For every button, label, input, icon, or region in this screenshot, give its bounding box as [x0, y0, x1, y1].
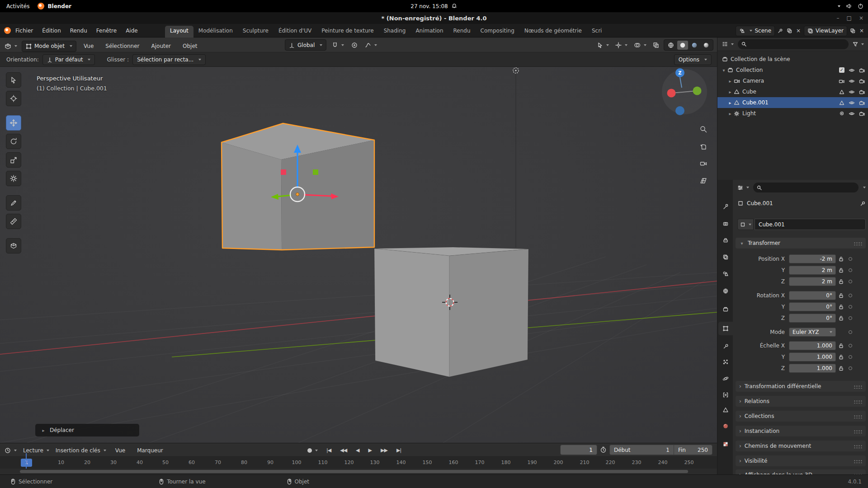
mode-selector[interactable]: Mode objet — [22, 41, 76, 52]
render-visibility-icon[interactable] — [859, 100, 865, 105]
keyframe-dot[interactable] — [849, 280, 852, 283]
pin-scene-icon[interactable] — [777, 27, 784, 34]
light-object[interactable] — [513, 68, 519, 248]
timeline-ruler[interactable]: 1 10 20 30 40 50 60 70 80 90 100 110 120… — [0, 457, 717, 469]
scale-x-field[interactable]: 1.000 — [789, 341, 836, 350]
disclosure-down-icon[interactable]: ▾ — [721, 68, 726, 73]
lock-icon[interactable] — [836, 267, 846, 273]
tab-constraints[interactable] — [718, 388, 733, 402]
pin-icon[interactable] — [860, 201, 866, 206]
grip-dots[interactable] — [853, 385, 862, 389]
show-gizmo-button[interactable] — [613, 39, 629, 51]
section-chemins-de-mouvement[interactable]: › Chemins de mouvement — [736, 441, 866, 451]
workspace-tab-animation[interactable]: Animation — [410, 26, 448, 38]
lock-icon[interactable] — [836, 293, 846, 298]
keying-menu[interactable]: Insertion de clés — [54, 445, 108, 456]
properties-search-input[interactable] — [753, 183, 859, 192]
power-icon[interactable] — [858, 3, 863, 9]
render-visibility-icon[interactable] — [859, 68, 865, 73]
shading-wireframe-button[interactable] — [665, 41, 676, 50]
timeline-menu-marqueur[interactable]: Marqueur — [132, 445, 168, 456]
eye-icon[interactable] — [849, 68, 855, 73]
lock-icon[interactable] — [836, 354, 846, 360]
jump-to-start-button[interactable]: |◀ — [324, 446, 333, 455]
workspace-tab-uv[interactable]: Édition d'UV — [274, 26, 316, 38]
zoom-button[interactable] — [696, 122, 711, 136]
tool-scale[interactable] — [6, 152, 21, 168]
outliner-display-mode-button[interactable] — [720, 39, 736, 49]
disclosure-right-icon[interactable]: ▸ — [727, 79, 733, 84]
tool-move[interactable] — [6, 115, 21, 131]
keyframe-dot[interactable] — [849, 330, 852, 334]
section-affichage-vue-3d[interactable]: › Affichage dans la vue 3D — [736, 469, 866, 474]
position-z-field[interactable]: 2 m — [789, 277, 836, 286]
properties-editor-type-button[interactable] — [736, 183, 751, 192]
collection-row[interactable]: ▾ Collection ✓ — [717, 65, 868, 75]
workspace-tab-layout[interactable]: Layout — [165, 26, 193, 38]
keyframe-dot[interactable] — [849, 268, 852, 272]
collection-checkbox[interactable]: ✓ — [839, 67, 844, 73]
lock-icon[interactable] — [836, 343, 846, 348]
view-layer-selector[interactable]: ViewLayer — [804, 26, 847, 36]
section-transformation-differentielle[interactable]: › Transformation différentielle — [736, 381, 866, 392]
menu-vue[interactable]: Vue — [79, 39, 98, 53]
tab-physics[interactable] — [718, 372, 733, 385]
timeline-menu-vue[interactable]: Vue — [111, 445, 130, 456]
tab-tool[interactable] — [718, 200, 733, 213]
tool-annotate[interactable] — [6, 195, 21, 211]
rotation-mode-dropdown[interactable]: Euler XYZ — [789, 328, 836, 337]
scale-y-field[interactable]: 1.000 — [789, 352, 836, 361]
new-scene-icon[interactable] — [786, 27, 793, 34]
tab-particles[interactable] — [718, 355, 733, 369]
properties-options-chevron[interactable] — [863, 187, 866, 188]
rotation-x-field[interactable]: 0° — [789, 291, 836, 300]
tab-scene[interactable] — [718, 267, 733, 281]
menu-aide[interactable]: Aide — [121, 24, 142, 38]
axis-y-ball[interactable] — [693, 87, 702, 95]
orientation-dropdown[interactable]: Par défaut — [42, 54, 95, 65]
render-visibility-icon[interactable] — [859, 79, 865, 84]
selectability-visibility-button[interactable] — [595, 39, 611, 51]
camera-view-button[interactable] — [696, 156, 711, 171]
render-visibility-icon[interactable] — [859, 111, 865, 116]
navigation-gizmo[interactable]: Z — [661, 68, 711, 118]
disclosure-right-icon[interactable]: ▸ — [727, 100, 733, 105]
light-data-icon[interactable] — [839, 111, 844, 116]
keyframe-dot[interactable] — [849, 257, 852, 261]
tab-world[interactable] — [718, 284, 733, 298]
workspace-tab-modelisation[interactable]: Modélisation — [193, 26, 238, 38]
delete-view-layer-icon[interactable]: × — [858, 27, 865, 34]
lock-icon[interactable] — [836, 304, 846, 310]
end-frame-field[interactable]: Fin 250 — [674, 445, 712, 455]
activities-button[interactable]: Activités — [6, 3, 29, 9]
timer-icon[interactable] — [600, 446, 607, 453]
tool-select-box[interactable] — [6, 72, 21, 88]
workspace-tab-sculpture[interactable]: Sculpture — [238, 26, 274, 38]
outliner-item-cube[interactable]: ▸ Cube — [717, 86, 868, 97]
ortho-toggle-button[interactable] — [696, 174, 711, 188]
proportional-editing-button[interactable] — [349, 39, 359, 51]
mesh-data-icon[interactable] — [839, 100, 844, 105]
section-collections[interactable]: › Collections — [736, 411, 866, 422]
outliner-item-cube-001[interactable]: ▸ Cube.001 — [717, 97, 868, 108]
tool-transform[interactable] — [6, 171, 21, 186]
maximize-button[interactable]: □ — [847, 15, 852, 21]
eye-icon[interactable] — [849, 100, 855, 105]
tray-chevron-icon[interactable] — [838, 5, 840, 7]
auto-keying-button[interactable] — [306, 445, 320, 456]
keyframe-dot[interactable] — [849, 344, 852, 347]
lock-icon[interactable] — [836, 256, 846, 262]
menu-edition[interactable]: Édition — [38, 24, 66, 38]
close-button[interactable]: × — [859, 15, 863, 21]
keyframe-dot[interactable] — [849, 305, 852, 309]
playhead[interactable] — [26, 453, 27, 469]
lock-icon[interactable] — [836, 315, 846, 321]
grip-dots[interactable] — [853, 414, 862, 418]
operator-panel[interactable]: ▸ Déplacer — [35, 424, 139, 436]
transform-orientation-selector[interactable]: Global — [285, 39, 326, 51]
drag-dropdown[interactable]: Sélection par recta... — [132, 54, 206, 65]
menu-objet[interactable]: Objet — [178, 39, 202, 53]
workspace-tab-rendu[interactable]: Rendu — [448, 26, 476, 38]
eye-icon[interactable] — [849, 79, 855, 84]
show-overlays-button[interactable] — [632, 39, 648, 51]
